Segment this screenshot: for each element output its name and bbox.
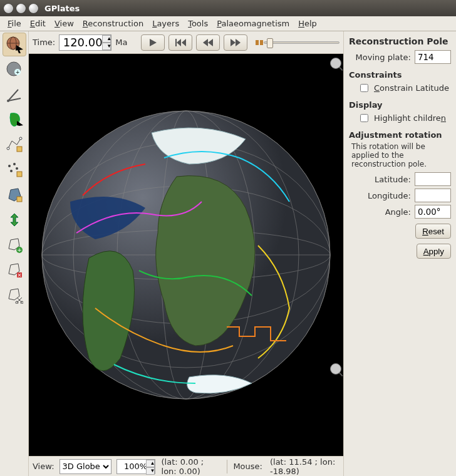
- tool-column: + + ×: [0, 31, 29, 476]
- tool-arrows[interactable]: [3, 208, 26, 232]
- svg-point-9: [7, 100, 9, 102]
- zoom-spin-up[interactable]: ▲: [146, 460, 155, 467]
- svg-point-17: [16, 167, 18, 170]
- multipoint-icon: [6, 161, 23, 178]
- moving-plate-label: Moving plate:: [349, 53, 411, 62]
- constrain-latitude-checkbox[interactable]: [360, 84, 368, 92]
- slider-thumb[interactable]: [267, 38, 273, 48]
- longitude-input[interactable]: [415, 189, 451, 202]
- panel-title: Reconstruction Pole: [349, 36, 451, 46]
- apply-button[interactable]: Apply: [417, 244, 451, 259]
- svg-point-11: [7, 147, 9, 150]
- svg-rect-13: [17, 147, 22, 152]
- slider-track[interactable]: [264, 41, 339, 44]
- menu-layers[interactable]: Layers: [148, 18, 183, 29]
- center-column: Time: ▲ ▼ Ma: [29, 31, 343, 476]
- time-toolbar: Time: ▲ ▼ Ma: [29, 31, 343, 54]
- view-label: View:: [33, 462, 54, 471]
- zoom-spinbox[interactable]: ▲ ▼: [117, 459, 155, 474]
- time-spin-down[interactable]: ▼: [102, 43, 111, 50]
- polygon-move-icon: [6, 186, 23, 204]
- svg-point-16: [10, 170, 13, 172]
- polyline-icon: [6, 136, 23, 153]
- constrain-latitude-label: Constrain Latitude: [374, 83, 449, 93]
- time-spinbox[interactable]: ▲ ▼: [59, 34, 111, 51]
- svg-marker-3: [16, 45, 23, 53]
- globe-hand-icon: +: [6, 61, 23, 78]
- highlight-children-checkbox[interactable]: [360, 114, 368, 122]
- longitude-label: Longitude:: [349, 191, 411, 200]
- view-mode-select[interactable]: 3D Globe: [60, 459, 111, 474]
- compass-icon: [6, 86, 23, 103]
- angle-input[interactable]: [415, 205, 451, 219]
- polygon-cut-icon: [6, 286, 23, 304]
- angle-label: Angle:: [349, 207, 411, 217]
- display-heading: Display: [349, 100, 451, 110]
- svg-point-15: [13, 163, 16, 165]
- window-title: GPlates: [44, 4, 80, 13]
- svg-marker-34: [203, 39, 208, 46]
- step-back-icon: [202, 38, 214, 47]
- svg-point-14: [8, 165, 11, 167]
- tool-cursor-globe[interactable]: [3, 33, 26, 56]
- menu-tools[interactable]: Tools: [184, 18, 212, 29]
- svg-rect-18: [17, 172, 22, 177]
- step-back-button[interactable]: [196, 34, 220, 51]
- svg-marker-37: [236, 39, 241, 46]
- moving-plate-input[interactable]: [415, 50, 451, 64]
- menu-palaeomagnetism[interactable]: Palaeomagnetism: [213, 18, 293, 29]
- window-titlebar: GPlates: [0, 0, 456, 16]
- tool-polyline-edit[interactable]: [3, 133, 26, 157]
- reset-button[interactable]: Reset: [415, 224, 451, 239]
- tool-africa-add[interactable]: [3, 108, 26, 132]
- menu-file[interactable]: File: [4, 18, 25, 29]
- globe-cursor-icon: [6, 36, 23, 53]
- time-slider[interactable]: [251, 38, 339, 47]
- constraints-heading: Constraints: [349, 70, 451, 80]
- step-forward-button[interactable]: [224, 34, 247, 51]
- menubar: File Edit View Reconstruction Layers Too…: [0, 16, 456, 31]
- menu-help[interactable]: Help: [294, 18, 321, 29]
- svg-rect-20: [17, 197, 22, 202]
- maximize-icon[interactable]: [29, 4, 38, 13]
- svg-text:+: +: [17, 247, 22, 253]
- tool-polygon-add[interactable]: +: [3, 233, 26, 257]
- polygon-add-icon: +: [6, 236, 23, 254]
- adjustment-heading: Adjustment rotation: [349, 130, 451, 140]
- close-icon[interactable]: [4, 4, 13, 13]
- svg-marker-30: [150, 39, 157, 46]
- play-button[interactable]: [141, 34, 165, 51]
- svg-text:×: ×: [17, 272, 22, 278]
- svg-marker-35: [208, 39, 213, 46]
- mouse-label: Mouse:: [232, 462, 264, 471]
- tool-multipoint-edit[interactable]: [3, 158, 26, 182]
- play-icon: [148, 38, 157, 47]
- zoom-spin-down[interactable]: ▼: [146, 467, 155, 475]
- menu-edit[interactable]: Edit: [26, 18, 49, 29]
- globe-render: [39, 108, 333, 402]
- step-forward-icon: [230, 38, 241, 47]
- latitude-input[interactable]: [415, 172, 451, 186]
- polygon-delete-icon: ×: [6, 261, 23, 279]
- zoom-out-icon[interactable]: [330, 363, 341, 375]
- menu-reconstruction[interactable]: Reconstruction: [79, 18, 147, 29]
- minimize-icon[interactable]: [16, 4, 26, 13]
- rewind-button[interactable]: [168, 34, 192, 51]
- tool-polygon-cut[interactable]: [3, 283, 26, 307]
- menu-view[interactable]: View: [51, 18, 78, 29]
- tool-polygon-move[interactable]: [3, 183, 26, 207]
- globe-viewport[interactable]: [29, 54, 343, 456]
- slider-toggle-icon: [255, 38, 264, 47]
- window-buttons: [4, 4, 38, 13]
- svg-marker-32: [177, 39, 181, 46]
- svg-marker-33: [182, 39, 186, 46]
- tool-compass[interactable]: [3, 83, 26, 106]
- tool-hand-globe[interactable]: +: [3, 58, 26, 81]
- adjustment-desc: This rotation will be applied to the rec…: [351, 142, 451, 168]
- separator: [227, 460, 227, 473]
- svg-marker-36: [231, 39, 236, 46]
- skip-back-icon: [175, 38, 186, 47]
- tool-polygon-delete[interactable]: ×: [3, 258, 26, 282]
- time-spin-up[interactable]: ▲: [102, 35, 111, 43]
- zoom-in-icon[interactable]: [330, 58, 341, 69]
